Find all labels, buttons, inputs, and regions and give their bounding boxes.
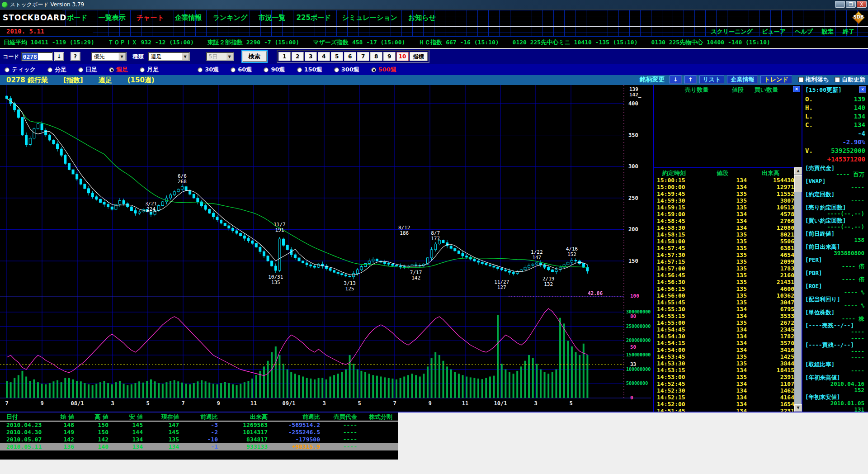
menu-item[interactable]: 225ボード [297, 14, 331, 22]
scrollbar-thumb[interactable] [794, 175, 802, 192]
trade-row[interactable]: 14:51:451342231 [654, 408, 802, 412]
chart-control-リスト[interactable]: リスト [699, 76, 725, 84]
chart-area[interactable]: 7908/135791109/135791110/1356/62683/2122… [0, 85, 653, 412]
trade-row[interactable]: 14:56:0013510362 [654, 292, 802, 299]
trade-row[interactable]: 14:58:151358021 [654, 231, 802, 238]
trade-row[interactable]: 14:56:3013521431 [654, 279, 802, 285]
checkbox-自動更新[interactable]: 自動更新 [835, 76, 865, 84]
radio-日足[interactable]: 日足 [78, 66, 97, 74]
trade-row[interactable]: 14:55:451353047 [654, 299, 802, 306]
restore-button[interactable]: ❐ [846, 1, 856, 8]
scroll-up-icon[interactable]: ▲ [794, 167, 802, 175]
radio-分足[interactable]: 分足 [47, 66, 66, 74]
menu-item[interactable]: ボード [67, 14, 88, 22]
chart-control-トレンド[interactable]: トレンド [760, 76, 792, 84]
chart-slot-button[interactable]: 5 [331, 52, 343, 61]
help-button[interactable]: ? [71, 52, 80, 61]
trade-row[interactable]: 14:53:001352391 [654, 374, 802, 380]
chart-slot-button[interactable]: 10 [396, 52, 409, 61]
chart-control-企業情報[interactable]: 企業情報 [727, 76, 758, 84]
radio-150週[interactable]: 150週 [297, 66, 322, 74]
radio-週足[interactable]: 週足 [109, 66, 128, 74]
menu-item[interactable]: 市況一覧 [259, 14, 286, 22]
trade-row[interactable]: 14:55:301346795 [654, 306, 802, 313]
chart-slot-button[interactable]: 6 [344, 52, 356, 61]
trade-row[interactable]: 14:58:451342766 [654, 218, 802, 224]
table-row[interactable]: 2010.04.30149150144145-21014317-255246.5… [0, 429, 398, 436]
trade-row[interactable]: 14:54:301341782 [654, 333, 802, 340]
chart-slot-button[interactable]: 8 [370, 52, 382, 61]
trade-row[interactable]: 14:56:151354600 [654, 285, 802, 292]
trade-row[interactable]: 15:00:0013412971 [654, 184, 802, 190]
submenu-item[interactable]: 終了 [843, 28, 854, 36]
trade-row[interactable]: 14:59:4513511552 [654, 190, 802, 197]
chart-slot-button[interactable]: 7 [357, 52, 369, 61]
radio-30週[interactable]: 30週 [198, 66, 219, 74]
trade-row[interactable]: 14:58:3013412080 [654, 224, 802, 231]
symbol-down-button[interactable]: ↓ [670, 76, 682, 84]
trade-row[interactable]: 14:57:001351783 [654, 265, 802, 272]
trade-row[interactable]: 14:59:301353807 [654, 197, 802, 204]
code-down-button[interactable]: ↓ [54, 52, 64, 61]
symbol-up-button[interactable]: ↑ [684, 76, 697, 84]
orderbook-close-icon[interactable]: × [793, 86, 800, 92]
trades-scrollbar[interactable]: ▲ ▼ [794, 167, 802, 412]
submenu-item[interactable]: ビューア [762, 28, 786, 36]
radio-ティック[interactable]: ティック [5, 66, 36, 74]
radio-500週[interactable]: 500週 [371, 66, 396, 74]
submenu-item[interactable]: 設定 [822, 28, 834, 36]
chart-slot-button[interactable]: 3 [305, 52, 317, 61]
trade-row[interactable]: 14:57:151352099 [654, 258, 802, 265]
trade-row[interactable]: 14:57:451356381 [654, 245, 802, 251]
trade-row[interactable]: 14:52:001341654 [654, 401, 802, 408]
menu-item[interactable]: ランキング [213, 14, 248, 22]
menu-item[interactable]: 企業情報 [175, 14, 202, 22]
trade-row[interactable]: 14:56:451352160 [654, 272, 802, 279]
chart-slot-button[interactable]: 4 [318, 52, 330, 61]
trade-row[interactable]: 14:55:151343533 [654, 313, 802, 319]
radio-60週[interactable]: 60週 [231, 66, 252, 74]
radio-月足[interactable]: 月足 [140, 66, 159, 74]
menu-item[interactable]: お知らせ [408, 14, 436, 22]
trade-row[interactable]: 14:59:001344578 [654, 211, 802, 218]
svg-text:177: 177 [431, 236, 440, 242]
trade-row[interactable]: 14:55:001352672 [654, 319, 802, 326]
code-input[interactable]: 0278 [21, 52, 53, 61]
menu-item[interactable]: シミュレーション [342, 14, 397, 22]
trade-row[interactable]: 14:54:151343570 [654, 340, 802, 346]
trade-row[interactable]: 14:53:301353844 [654, 360, 802, 367]
menu-item[interactable]: チャート [137, 14, 164, 22]
trade-row[interactable]: 14:53:451351425 [654, 353, 802, 360]
trade-row[interactable]: 14:52:301341462 [654, 387, 802, 394]
indicator-button[interactable]: 指標 [410, 52, 428, 61]
period-combo[interactable]: 週足▼ [148, 52, 190, 61]
menu-item[interactable]: 一覧表示 [99, 14, 126, 22]
trade-row[interactable]: 14:52:151344164 [654, 394, 802, 401]
trade-row[interactable]: 14:57:301354654 [654, 251, 802, 258]
trade-row[interactable]: 14:52:451341107 [654, 380, 802, 387]
table-row[interactable]: 2010.04.23148150145147-31269563-569514.2… [0, 422, 398, 429]
priority-combo[interactable]: 優先▼ [91, 52, 127, 61]
chart-canvas[interactable]: 7908/135791109/135791110/1356/62683/2122… [0, 85, 653, 412]
chart-slot-button[interactable]: 1 [278, 52, 291, 61]
chart-slot-button[interactable]: 9 [383, 52, 396, 61]
chart-slot-button[interactable]: 2 [292, 52, 304, 61]
table-row[interactable]: 2010.05.07142142134135-10834817-179500--… [0, 436, 398, 443]
search-button[interactable]: 検索 [242, 51, 267, 62]
minimize-button[interactable]: _ [835, 1, 845, 8]
radio-300週[interactable]: 300週 [334, 66, 359, 74]
submenu-item[interactable]: ヘルプ [795, 28, 813, 36]
close-button[interactable]: X [857, 1, 867, 8]
info-close-icon[interactable]: × [859, 86, 866, 93]
table-row[interactable]: 2010.05.11136140134134-1933133+98315.9--… [0, 443, 398, 450]
trade-row[interactable]: 14:54:451342345 [654, 326, 802, 333]
scroll-down-icon[interactable]: ▼ [794, 404, 802, 412]
radio-90週[interactable]: 90週 [264, 66, 285, 74]
trade-row[interactable]: 14:53:1513418415 [654, 367, 802, 374]
checkbox-権利落ち[interactable]: 権利落ち [798, 76, 829, 84]
submenu-item[interactable]: スクリーニング [711, 28, 753, 36]
trade-row[interactable]: 14:54:001343416 [654, 346, 802, 353]
trade-row[interactable]: 14:59:1513510513 [654, 204, 802, 211]
trade-row[interactable]: 15:00:15134154430 [654, 177, 802, 184]
trade-row[interactable]: 14:58:001355506 [654, 238, 802, 245]
